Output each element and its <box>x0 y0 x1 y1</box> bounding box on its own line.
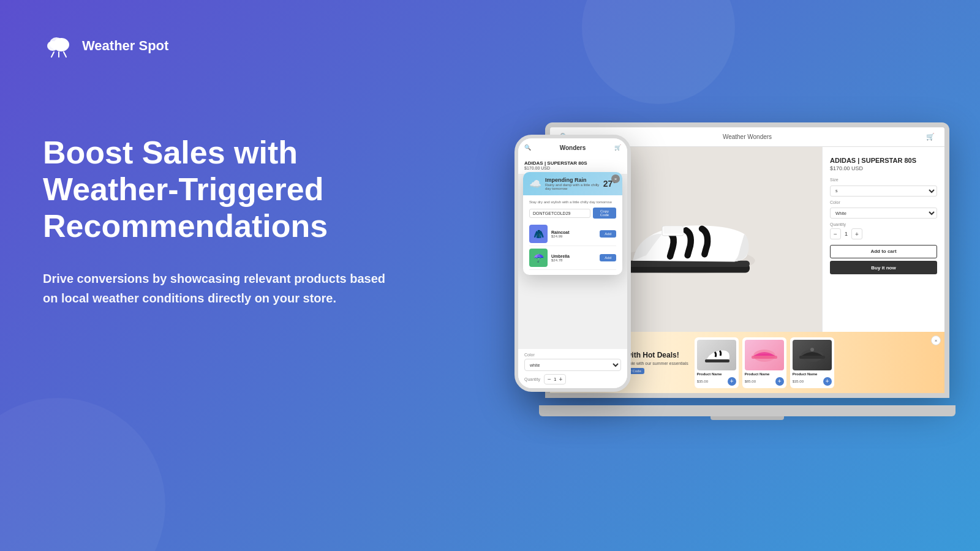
popup-header: ☁️ Impending Rain Rainy and damp with a … <box>523 172 622 195</box>
hero-title: Boost Sales with Weather-Triggered Recom… <box>43 135 386 244</box>
hero-section: Boost Sales with Weather-Triggered Recom… <box>43 135 386 308</box>
store-name-label: Weather Wonders <box>723 133 772 140</box>
popup-product-info-2: Umbrella $24.78 <box>551 254 596 262</box>
close-banner-button[interactable]: × <box>931 335 941 345</box>
mini-products-row: Product Name $35.00 + <box>695 337 937 388</box>
size-select[interactable]: s m l <box>830 186 937 197</box>
phone-search-icon[interactable]: 🔍 <box>524 144 531 151</box>
popup-close-button[interactable]: × <box>611 174 620 183</box>
mini-product-price-3: $35.00 <box>793 380 804 383</box>
mini-product-name-2: Product Name <box>745 372 784 376</box>
popup-copy-button[interactable]: Copy Code <box>593 208 616 219</box>
phone-store-header: 🔍 Wonders 🛒 <box>518 138 627 157</box>
phone-mockup: 🔍 Wonders 🛒 ADIDAS | SUPERSTAR 80S $170.… <box>514 135 631 392</box>
mini-product-image-3 <box>793 340 832 370</box>
mini-add-btn-3[interactable]: + <box>823 377 832 386</box>
quantity-decrease-btn[interactable]: − <box>830 228 841 239</box>
popup-cloud-icon: ☁️ <box>529 178 541 190</box>
phone-qty-label: Quantity <box>524 377 540 381</box>
add-to-cart-button[interactable]: Add to cart <box>830 245 937 258</box>
phone-weather-popup: ☁️ Impending Rain Rainy and damp with a … <box>523 172 622 275</box>
svg-rect-14 <box>752 356 777 359</box>
svg-point-17 <box>810 348 814 351</box>
quantity-increase-btn[interactable]: + <box>851 228 862 239</box>
popup-product-row-2: ☂️ Umbrella $24.78 Add <box>529 246 616 270</box>
popup-product-price-2: $24.78 <box>551 258 596 262</box>
mini-product-1: Product Name $35.00 + <box>695 337 739 388</box>
phone-qty-row: Quantity − 1 + <box>524 374 621 384</box>
mini-product-footer-2: $85.00 + <box>745 377 784 386</box>
bg-decoration-1 <box>0 398 165 551</box>
product-brand: ADIDAS | SUPERSTAR 80S <box>830 157 937 164</box>
phone-color-select[interactable]: white black <box>524 359 621 371</box>
popup-body: Stay dry and stylish with a little chill… <box>523 195 622 275</box>
svg-rect-10 <box>664 226 682 233</box>
weather-spot-logo-icon <box>43 34 75 58</box>
buy-now-button[interactable]: Buy it now <box>830 261 937 274</box>
color-select[interactable]: White Black <box>830 208 937 219</box>
popup-product-price-1: $24.99 <box>551 234 596 238</box>
popup-weather-title: Impending Rain <box>545 177 603 183</box>
mini-product-footer-1: $35.00 + <box>697 377 736 386</box>
mockup-container: 🔍 Weather Wonders 🛒 <box>496 98 962 453</box>
mini-product-name-3: Product Name <box>793 372 832 376</box>
popup-product-row-1: 🧥 Raincoat $24.99 Add <box>529 222 616 246</box>
popup-add-btn-2[interactable]: Add <box>600 254 616 261</box>
color-label: Color <box>830 200 937 204</box>
quantity-row: − 1 + <box>830 228 937 239</box>
product-price: $170.00 USD <box>830 165 937 171</box>
popup-product-info-1: Raincoat $24.99 <box>551 230 596 238</box>
phone-product-price: $170.00 USD <box>524 166 621 170</box>
phone-cart-icon[interactable]: 🛒 <box>614 144 621 151</box>
svg-rect-16 <box>799 356 825 359</box>
logo-area: Weather Spot <box>43 34 168 58</box>
product-details: ADIDAS | SUPERSTAR 80S $170.00 USD Size … <box>822 147 944 332</box>
popup-description: Stay dry and stylish with a little chill… <box>529 200 616 204</box>
mini-product-footer-3: $35.00 + <box>793 377 832 386</box>
phone-qty-increase-btn[interactable]: + <box>559 376 562 383</box>
mini-product-price-2: $85.00 <box>745 380 756 383</box>
phone-bottom: Color white black Quantity − 1 + <box>518 349 627 389</box>
popup-coupon-row: Copy Code <box>529 208 616 219</box>
phone-store-name: Wonders <box>560 144 586 151</box>
bg-decoration-2 <box>582 0 735 104</box>
phone-color-label: Color <box>524 353 621 357</box>
popup-coupon-input[interactable] <box>529 209 590 218</box>
mini-add-btn-1[interactable]: + <box>728 377 736 386</box>
svg-rect-11 <box>705 359 729 362</box>
hero-subtitle: Drive conversions by showcasing relevant… <box>43 269 386 308</box>
svg-line-3 <box>51 52 54 57</box>
mini-product-3: Product Name $35.00 + <box>790 337 834 388</box>
popup-product-thumb-2: ☂️ <box>529 249 548 267</box>
svg-point-2 <box>47 41 58 51</box>
popup-product-thumb-1: 🧥 <box>529 225 548 243</box>
popup-weather-sub: Rainy and damp with a little chilly day … <box>545 183 603 190</box>
size-label: Size <box>830 178 937 182</box>
mini-product-2: Product Name $85.00 + <box>742 337 786 388</box>
phone-qty-controls: − 1 + <box>544 374 566 384</box>
brand-name: Weather Spot <box>82 38 168 54</box>
mini-product-price-1: $35.00 <box>697 380 708 383</box>
cart-icon[interactable]: 🛒 <box>926 133 935 141</box>
popup-product-name-2: Umbrella <box>551 254 596 258</box>
header-right-icons: 🛒 <box>926 133 935 141</box>
mini-add-btn-2[interactable]: + <box>775 377 784 386</box>
popup-add-btn-1[interactable]: Add <box>600 230 616 238</box>
quantity-label: Quantity <box>830 222 937 227</box>
popup-product-name-1: Raincoat <box>551 230 596 234</box>
mini-product-image-2 <box>745 340 784 370</box>
laptop-base <box>539 405 956 416</box>
quantity-value: 1 <box>845 231 848 237</box>
popup-weather-info: Impending Rain Rainy and damp with a lit… <box>545 177 603 190</box>
svg-line-5 <box>64 52 66 57</box>
popup-header-left: ☁️ Impending Rain Rainy and damp with a … <box>529 177 603 190</box>
phone-qty-value: 1 <box>554 377 556 382</box>
phone-qty-decrease-btn[interactable]: − <box>548 376 551 383</box>
phone-product-brand: ADIDAS | SUPERSTAR 80S <box>524 160 621 166</box>
mini-product-image-1 <box>697 340 736 370</box>
mini-product-name-1: Product Name <box>697 372 736 376</box>
phone-screen: 🔍 Wonders 🛒 ADIDAS | SUPERSTAR 80S $170.… <box>518 138 627 388</box>
